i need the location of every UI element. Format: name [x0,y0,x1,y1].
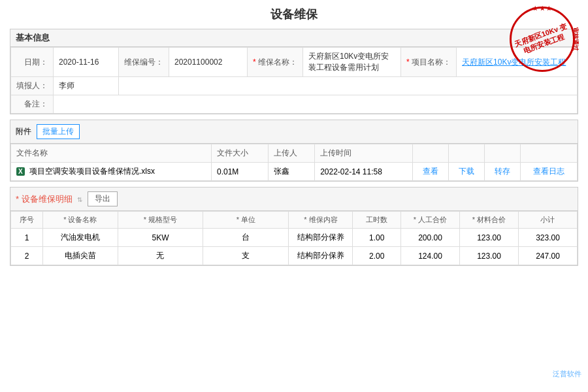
attach-log[interactable]: 查看日志 [520,163,577,181]
col-actions2 [448,144,484,163]
detail-labor: 200.00 [401,229,460,247]
basic-info-header: 基本信息 [10,29,578,47]
attach-time: 2022-02-14 11:58 [315,163,413,181]
detail-table: 序号 * 设备名称 * 规格型号 * 单位 * 维保内容 工时数 * 人工合价 … [10,211,578,265]
code-value: 20201100002 [169,48,248,77]
attachment-header-row: 文件名称 文件大小 上传人 上传时间 [11,144,578,163]
date-value: 2020-11-16 [54,48,119,77]
th-device: * 设备名称 [43,212,118,229]
detail-spec: 5KW [118,229,203,247]
detail-seq: 2 [11,247,43,265]
col-filesize: 文件大小 [211,144,268,163]
detail-unit: 台 [203,229,289,247]
detail-content: 结构部分保养 [289,229,353,247]
detail-section: * 设备维保明细 ⇅ 导出 序号 * 设备名称 * 规格型号 * 单位 * 维保… [10,187,578,266]
detail-labor: 124.00 [401,247,460,265]
watermark: 泛普软件 [553,369,581,379]
th-labor: * 人工合价 [401,212,460,229]
detail-content: 结构部分保养 [289,247,353,265]
stamp-side-text: 审核通过 [571,27,580,51]
detail-row: 1 汽油发电机 5KW 台 结构部分保养 1.00 200.00 123.00 … [11,229,578,247]
excel-icon: X [16,167,25,176]
date-label: 日期： [11,48,54,77]
th-material: * 材料合价 [460,212,519,229]
detail-hours: 1.00 [353,229,401,247]
th-unit: * 单位 [203,212,289,229]
reporter-value: 李师 [54,77,119,95]
col-actions [412,144,448,163]
stamp-inner-text: 天府新区10Kv 变电所安装工程 [510,20,574,58]
reporter-empty [119,77,578,95]
col-uploader: 上传人 [269,144,315,163]
page-container: 设备维保 天府新区10Kv 变电所安装工程 ★ ★ ★ 审核通过 基本信息 日期… [0,0,588,392]
col-upload-time: 上传时间 [315,144,413,163]
attachment-table: 文件名称 文件大小 上传人 上传时间 X 项目空调安装项目设备维保情况.xlsx… [10,144,578,181]
basic-info-table: 日期： 2020-11-16 维保编号： 20201100002 * 维保名称：… [10,47,578,114]
attach-download[interactable]: 下载 [448,163,484,181]
detail-header-row: 序号 * 设备名称 * 规格型号 * 单位 * 维保内容 工时数 * 人工合价 … [11,212,578,229]
th-subtotal: 小计 [518,212,577,229]
detail-subtotal: 323.00 [518,229,577,247]
col-actions4 [520,144,577,163]
detail-header: * 设备维保明细 ⇅ 导出 [10,188,578,211]
attach-transfer[interactable]: 转存 [484,163,520,181]
code-label: 维保编号： [119,48,169,77]
detail-seq: 1 [11,229,43,247]
detail-unit: 支 [203,247,289,265]
th-spec: * 规格型号 [118,212,203,229]
th-seq: 序号 [11,212,43,229]
basic-info-section: 基本信息 日期： 2020-11-16 维保编号： 20201100002 * … [10,29,578,114]
remark-value [54,95,578,114]
batch-upload-button[interactable]: 批量上传 [37,124,80,139]
detail-subtotal: 247.00 [518,247,577,265]
attachment-title: 附件 [16,126,31,137]
info-row-2: 填报人： 李师 [11,77,578,95]
page-title: 设备维保 [10,7,578,22]
detail-title: * 设备维保明细 ⇅ [16,193,82,205]
attach-size: 0.01M [211,163,268,181]
detail-device: 汽油发电机 [43,229,118,247]
attachment-header: 附件 批量上传 [10,120,578,144]
project-label: * 项目名称： [401,48,457,77]
attach-name: 项目空调安装项目设备维保情况.xlsx [29,167,155,176]
detail-hours: 2.00 [353,247,401,265]
export-button[interactable]: 导出 [88,191,118,206]
detail-spec: 无 [118,247,203,265]
attachment-section: 附件 批量上传 文件名称 文件大小 上传人 上传时间 X 项目 [10,120,578,182]
detail-material: 123.00 [460,247,519,265]
info-row-1: 日期： 2020-11-16 维保编号： 20201100002 * 维保名称：… [11,48,578,77]
th-hours: 工时数 [353,212,401,229]
maint-name-label: * 维保名称： [248,48,303,77]
remark-label: 备注： [11,95,54,114]
col-actions3 [484,144,520,163]
stamp-top-text: ★ ★ ★ [532,5,551,12]
sort-icon[interactable]: ⇅ [77,196,82,203]
th-content: * 维保内容 [289,212,353,229]
detail-device: 电插尖苗 [43,247,118,265]
info-row-3: 备注： [11,95,578,114]
reporter-label: 填报人： [11,77,54,95]
stamp-circle: 天府新区10Kv 变电所安装工程 [510,7,575,72]
col-filename: 文件名称 [11,144,212,163]
attach-filename: X 项目空调安装项目设备维保情况.xlsx [11,163,212,181]
attach-view[interactable]: 查看 [412,163,448,181]
attachment-row: X 项目空调安装项目设备维保情况.xlsx 0.01M 张鑫 2022-02-1… [11,163,578,181]
detail-row: 2 电插尖苗 无 支 结构部分保养 2.00 124.00 123.00 247… [11,247,578,265]
approval-stamp: 天府新区10Kv 变电所安装工程 ★ ★ ★ 审核通过 [510,7,575,72]
attach-uploader: 张鑫 [269,163,315,181]
maint-name-value: 天府新区10Kv变电所安装工程设备需用计划 [303,48,401,77]
detail-material: 123.00 [460,229,519,247]
